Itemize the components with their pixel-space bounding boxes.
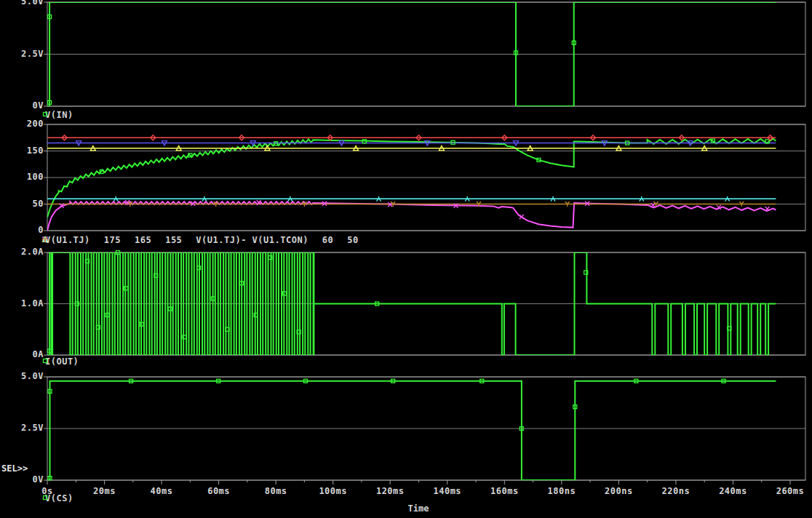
y-tick-label-iout-2.0A: 2.0A <box>6 247 44 257</box>
x-tick-label-160ms: 160ms <box>482 486 526 496</box>
legend-item-tj-4[interactable]: V(U1.TJ)- V(U1.TCON) <box>191 235 309 245</box>
legend-item-tj-1[interactable]: 175 <box>100 235 121 245</box>
x-tick-label-80ms: 80ms <box>254 486 298 496</box>
plot-area-vcs[interactable] <box>47 377 805 480</box>
x-tick-label-60ms: 60ms <box>197 486 241 496</box>
legend-tj: V(U1.TJ)175165155V(U1.TJ)- V(U1.TCON)605… <box>41 235 359 245</box>
legend-item-vin-0[interactable]: V(IN) <box>41 110 73 120</box>
y-tick-label-tj-50: 50 <box>6 199 44 209</box>
y-tick-label-tj-0: 0 <box>6 225 44 235</box>
legend-label: 175 <box>104 235 121 245</box>
y-tick-label-iout-1.0A: 1.0A <box>6 298 44 308</box>
legend-label: I(OUT) <box>45 356 79 367</box>
x-tick-label-100ms: 100ms <box>311 486 355 496</box>
plot-area-iout[interactable] <box>47 252 805 355</box>
x-tick-label-240ms: 240ms <box>711 486 755 496</box>
y-tick-label-vin-5.0V: 5.0V <box>6 0 44 7</box>
y-tick-label-tj-200: 200 <box>6 119 44 129</box>
x-tick-label-20ms: 20ms <box>83 486 127 496</box>
legend-iout: I(OUT) <box>41 356 79 367</box>
y-tick-label-tj-100: 100 <box>6 172 44 182</box>
x-tick-label-120ms: 120ms <box>368 486 412 496</box>
legend-item-tj-3[interactable]: 155 <box>161 235 182 245</box>
legend-vin: V(IN) <box>41 110 73 120</box>
legend-label: V(U1.TJ)- V(U1.TCON) <box>196 235 309 245</box>
legend-label: V(U1.TJ) <box>45 235 90 245</box>
y-tick-label-vin-2.5V: 2.5V <box>6 49 44 59</box>
y-tick-label-vcs-5.0V: 5.0V <box>6 371 44 381</box>
legend-item-tj-5[interactable]: 60 <box>318 235 333 245</box>
legend-label: 50 <box>347 235 358 245</box>
legend-item-tj-6[interactable]: 50 <box>343 235 358 245</box>
y-tick-label-tj-150: 150 <box>6 146 44 156</box>
legend-label: 165 <box>135 235 151 245</box>
x-tick-label-40ms: 40ms <box>140 486 183 496</box>
x-axis-title: Time <box>389 503 447 514</box>
y-tick-label-iout-0A: 0A <box>6 349 44 359</box>
y-tick-label-vcs-2.5V: 2.5V <box>6 423 44 433</box>
x-tick-label-140ms: 140ms <box>426 486 469 496</box>
legend-item-tj-2[interactable]: 165 <box>130 235 151 245</box>
x-tick-label-200ns: 200ns <box>597 486 640 496</box>
x-tick-label-180ns: 180ns <box>540 486 584 496</box>
plot-area-tj[interactable] <box>47 124 805 231</box>
x-tick-label-0s: 0s <box>25 486 69 496</box>
sel-indicator: SEL>> <box>1 463 28 474</box>
legend-label: 155 <box>165 235 182 245</box>
plot-area-vin[interactable] <box>47 2 805 106</box>
x-tick-label-220ns: 220ns <box>654 486 698 496</box>
legend-label: 60 <box>322 235 333 245</box>
legend-item-iout-0[interactable]: I(OUT) <box>41 356 79 367</box>
y-tick-label-vcs-0V: 0V <box>6 474 44 485</box>
x-tick-label-260ms: 260ms <box>768 486 812 496</box>
probe-waveform-window: 5.0V2.5V0VV(IN)200150100500V(U1.TJ)17516… <box>0 0 812 518</box>
y-tick-label-vin-0V: 0V <box>6 100 44 111</box>
